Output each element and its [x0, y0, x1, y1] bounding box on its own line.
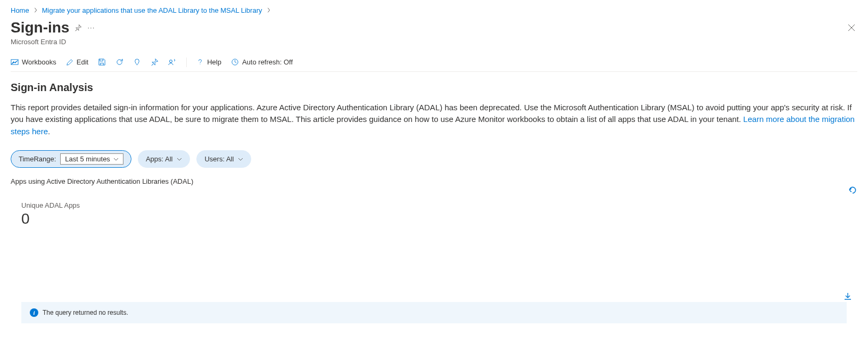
auto-refresh-button[interactable]: Auto refresh: Off	[231, 58, 293, 66]
download-icon[interactable]	[844, 292, 852, 302]
description-text: This report provides detailed sign-in in…	[11, 103, 852, 124]
metric-label: Unique ADAL Apps	[21, 201, 857, 209]
chevron-right-icon	[267, 6, 271, 14]
feedback-icon[interactable]	[168, 58, 177, 67]
description-period: .	[48, 127, 50, 136]
workbooks-label: Workbooks	[22, 58, 56, 66]
metric-card: Unique ADAL Apps 0	[11, 201, 857, 227]
page-subtitle: Microsoft Entra ID	[11, 38, 95, 46]
apps-filter[interactable]: Apps: All	[138, 150, 191, 168]
more-icon[interactable]: ···	[87, 23, 95, 31]
help-label: Help	[207, 58, 221, 66]
metric-value: 0	[21, 210, 857, 227]
undo-icon[interactable]	[848, 185, 857, 197]
chevron-down-icon	[177, 157, 182, 161]
svg-point-1	[170, 60, 172, 62]
page-title: Sign-ins	[11, 19, 69, 37]
time-range-filter[interactable]: TimeRange: Last 5 minutes	[11, 150, 131, 168]
workbooks-button[interactable]: Workbooks	[11, 58, 56, 66]
refresh-icon[interactable]	[115, 58, 123, 66]
breadcrumb-home[interactable]: Home	[11, 6, 29, 14]
edit-label: Edit	[77, 58, 88, 66]
breadcrumb: Home Migrate your applications that use …	[11, 4, 857, 19]
info-icon: i	[30, 308, 38, 317]
info-message: The query returned no results.	[43, 309, 128, 316]
close-icon[interactable]	[846, 22, 857, 34]
toolbar: Workbooks Edit Help Auto refresh: Off	[11, 52, 857, 72]
apps-filter-label: Apps: All	[146, 155, 173, 163]
users-filter[interactable]: Users: All	[196, 150, 251, 168]
chevron-right-icon	[34, 6, 38, 14]
save-icon[interactable]	[98, 58, 106, 66]
pin-icon[interactable]	[75, 24, 82, 31]
breadcrumb-migrate[interactable]: Migrate your applications that use the A…	[42, 6, 262, 14]
description: This report provides detailed sign-in in…	[11, 102, 857, 138]
pin-toolbar-icon[interactable]	[151, 58, 159, 66]
time-range-value: Last 5 minutes	[65, 155, 110, 163]
time-range-label: TimeRange:	[19, 155, 56, 163]
info-bar: i The query returned no results.	[21, 302, 847, 323]
auto-refresh-label: Auto refresh: Off	[242, 58, 293, 66]
section-title: Sign-in Analysis	[11, 81, 857, 94]
time-range-select[interactable]: Last 5 minutes	[60, 153, 123, 165]
users-filter-label: Users: All	[204, 155, 234, 163]
subsection-label: Apps using Active Directory Authenticati…	[11, 177, 857, 185]
toolbar-divider	[186, 58, 187, 67]
chevron-down-icon	[113, 157, 119, 161]
help-button[interactable]: Help	[196, 58, 221, 66]
edit-button[interactable]: Edit	[66, 58, 88, 66]
chevron-down-icon	[238, 157, 243, 161]
filter-bar: TimeRange: Last 5 minutes Apps: All User…	[11, 150, 857, 168]
share-icon[interactable]	[133, 58, 141, 66]
